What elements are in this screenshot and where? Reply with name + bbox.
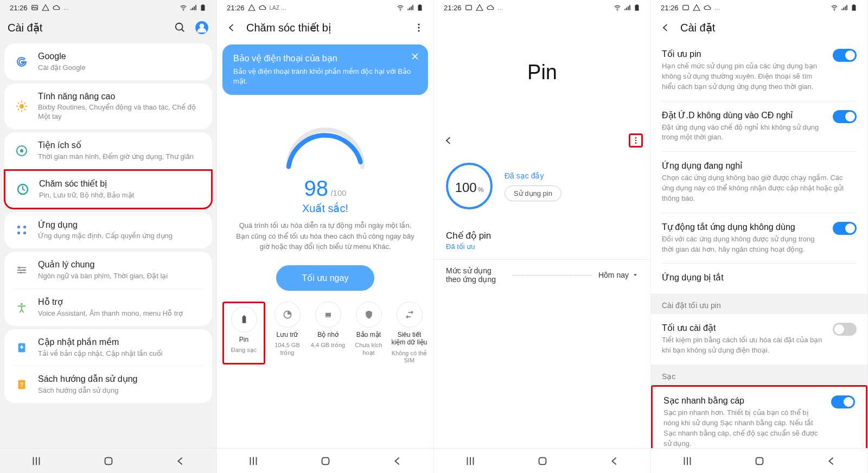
tile-battery[interactable]: Pin Đang sạc (222, 302, 265, 365)
wifi-icon (831, 4, 838, 11)
settings-item-advanced[interactable]: Tính năng nâng caoBixby Routines, Chuyển… (4, 84, 212, 130)
chevron-left-icon (226, 22, 237, 33)
back-button[interactable] (392, 455, 404, 467)
charge-status: Đã sạc đầy (505, 171, 639, 180)
cloud-icon (53, 4, 60, 11)
signal-icon (406, 4, 414, 11)
item-desc: Sạc pin nhanh hơn. Thiết bị của bạn có t… (663, 408, 824, 448)
security-tip-banner[interactable]: Bảo vệ điện thoại của bạn Bảo vệ điện th… (222, 44, 428, 95)
back-button[interactable] (826, 455, 838, 467)
today-dropdown[interactable]: Hôm nay (598, 271, 639, 279)
recent-button[interactable] (464, 455, 476, 467)
item-sub: Thời gian màn hình, Đếm giờ ứng dụng, Th… (38, 152, 202, 162)
tile-memory[interactable]: Bộ nhớ 4,4 GB trống (309, 302, 347, 365)
status-bar: 21:26 … (434, 0, 650, 15)
item-fast-charging[interactable]: Sạc nhanh bằng cápSạc pin nhanh hơn. Thi… (653, 387, 866, 448)
settings-item-update[interactable]: Cập nhật phần mềmTải về bản cập nhật, Cậ… (4, 329, 212, 366)
warning-icon (42, 4, 49, 11)
back-button[interactable] (659, 21, 673, 35)
account-button[interactable] (195, 21, 209, 35)
storage-icon (275, 302, 301, 328)
settings-item-apps[interactable]: Ứng dụngỨng dụng mặc định, Cấp quyền ứng… (4, 212, 212, 249)
update-icon (14, 340, 29, 355)
svg-point-43 (834, 10, 835, 11)
svg-point-11 (17, 226, 21, 229)
item-auto-disable[interactable]: Tự động tắt ứng dụng không dùngĐối với c… (651, 213, 867, 264)
toggle[interactable] (833, 110, 857, 123)
large-title-area: Pin (434, 15, 650, 129)
svg-rect-37 (636, 4, 638, 5)
more-button[interactable] (629, 133, 643, 148)
cloud-icon (259, 4, 266, 11)
accessibility-icon (14, 300, 29, 315)
tile-security[interactable]: Bảo mật Chưa kích hoạt (350, 302, 387, 365)
settings-item-manual[interactable]: ? Sách hướng dẫn sử dụngSách hướng dẫn s… (4, 366, 212, 403)
appbar: Chăm sóc thiết bị (217, 15, 433, 40)
status-bar: 21:26 … (651, 0, 867, 15)
item-optimize-settings[interactable]: Tối ưu cài đặtTiết kiệm pin bằng cách tố… (651, 314, 867, 365)
tip-close-button[interactable] (410, 51, 420, 62)
item-sleep-unused[interactable]: Đặt Ứ.D không dùng vào CĐ nghỉĐặt ứng dụ… (651, 101, 867, 152)
svg-rect-46 (756, 457, 763, 464)
optimize-now-button[interactable]: Tối ưu ngay (276, 265, 375, 291)
back-button[interactable] (175, 455, 187, 467)
item-desc: Đối với các ứng dụng không được sử dụng … (662, 234, 825, 255)
svg-point-7 (20, 104, 24, 108)
power-mode-title[interactable]: Chế độ pin (434, 220, 650, 241)
search-icon (174, 22, 186, 34)
recent-button[interactable] (681, 455, 693, 467)
item-desc: Hạn chế mức sử dụng pin của các ứng dụng… (662, 61, 825, 92)
toggle[interactable] (831, 395, 855, 408)
svg-rect-36 (635, 5, 639, 10)
digital-icon (14, 143, 29, 158)
svg-point-23 (400, 10, 401, 11)
item-title: Ứng dụng (38, 220, 202, 231)
settings-item-device-care[interactable]: Chăm sóc thiết bịPin, Lưu trữ, Bộ nhớ, B… (4, 169, 213, 209)
home-button[interactable] (103, 455, 114, 467)
usage-label: Mức sử dụng theo ứng dụng (446, 266, 506, 284)
signal-icon (623, 4, 631, 11)
battery-percent: 100 (455, 180, 477, 195)
page-big-title: Pin (527, 61, 557, 84)
tile-data-saver[interactable]: Siêu tiết kiệm dữ liệu Không có thẻ SIM (391, 302, 428, 365)
item-adaptive-battery[interactable]: Tối ưu pinHạn chế mức sử dụng pin của cá… (651, 40, 867, 101)
item-desc: Đặt ứng dụng vào chế độ nghỉ khi không s… (662, 123, 825, 143)
home-button[interactable] (754, 455, 765, 467)
status-time: 21:26 (661, 4, 679, 12)
screen-device-care: 21:26 LAZ … Chăm sóc thiết bị Bảo vệ điệ… (217, 0, 434, 473)
recent-button[interactable] (247, 455, 259, 467)
toggle[interactable] (833, 49, 857, 62)
settings-item-accessibility[interactable]: Hỗ trợVoice Assistant, Âm thanh mono, me… (4, 289, 212, 326)
settings-item-google[interactable]: GoogleCài đặt Google (4, 43, 212, 80)
use-battery-button[interactable]: Sử dụng pin (505, 186, 561, 201)
battery-circle: 100 % (446, 163, 493, 209)
cloud-icon (487, 4, 494, 11)
svg-rect-42 (682, 5, 688, 10)
score-value: 98 (304, 176, 328, 200)
signal-icon (189, 4, 197, 11)
home-button[interactable] (537, 455, 548, 467)
tile-storage[interactable]: Lưu trữ 104,5 GB trống (269, 302, 306, 365)
toggle[interactable] (833, 323, 857, 336)
svg-rect-33 (322, 457, 329, 464)
item-disabled-apps[interactable]: Ứng dụng bị tắt (651, 264, 867, 293)
tile-sub: Đang sạc (231, 347, 257, 354)
search-button[interactable] (173, 21, 187, 35)
settings-item-digital[interactable]: Tiện ích sốThời gian màn hình, Đếm giờ ứ… (4, 132, 212, 169)
app-usage-row[interactable]: Mức sử dụng theo ứng dụng Hôm nay (434, 259, 650, 290)
item-sleeping-apps[interactable]: Ứng dụng đang nghỉChọn các ứng dụng khôn… (651, 152, 867, 213)
more-indicator: … (63, 4, 69, 11)
svg-rect-32 (326, 313, 331, 317)
status-bar: 21:26 LAZ … (217, 0, 433, 15)
home-button[interactable] (320, 455, 331, 467)
recent-button[interactable] (30, 455, 42, 467)
back-button[interactable] (225, 21, 239, 35)
back-button[interactable] (609, 455, 621, 467)
back-button[interactable] (442, 133, 456, 148)
settings-item-general[interactable]: Quản lý chungNgôn ngữ và bàn phím, Thời … (4, 252, 212, 289)
battery-icon (231, 306, 257, 333)
more-button[interactable] (412, 21, 426, 35)
tile-sub: 104,5 GB trống (269, 342, 306, 357)
tile-name: Lưu trữ (276, 331, 298, 338)
toggle[interactable] (833, 222, 857, 235)
